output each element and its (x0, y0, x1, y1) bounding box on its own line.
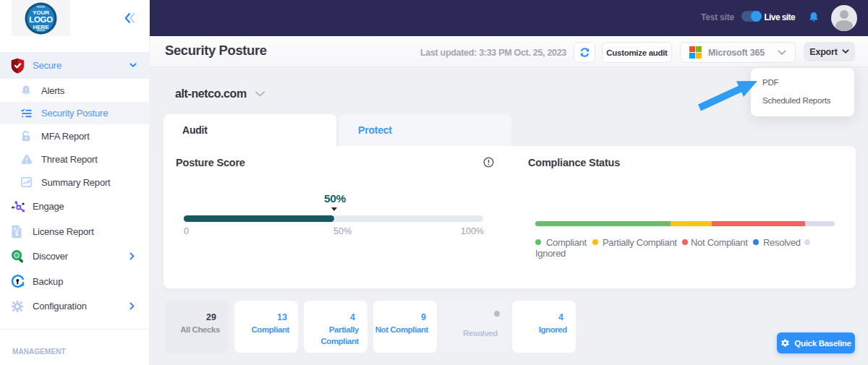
svg-text:$: $ (15, 230, 19, 237)
svg-text:LOGO: LOGO (29, 15, 53, 24)
svg-text:HERE: HERE (33, 24, 49, 30)
